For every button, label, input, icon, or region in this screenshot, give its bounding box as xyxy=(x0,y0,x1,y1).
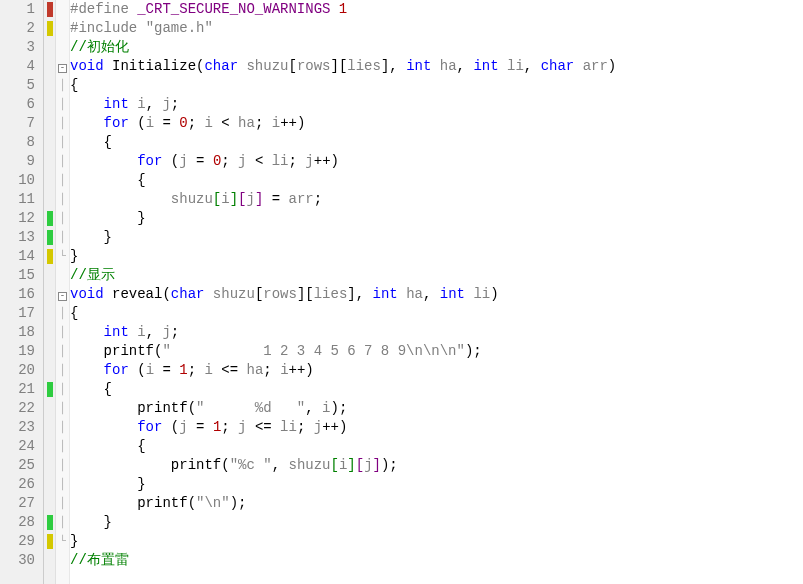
token-op: } xyxy=(70,229,112,245)
code-line[interactable]: { xyxy=(70,171,803,190)
token-ident: rows xyxy=(297,58,331,74)
token-ident: li xyxy=(272,153,289,169)
token-op: ][ xyxy=(297,286,314,302)
code-line[interactable]: } xyxy=(70,247,803,266)
code-line[interactable]: } xyxy=(70,209,803,228)
token-ident: shuzu xyxy=(288,457,330,473)
token-op: } xyxy=(70,533,78,549)
code-line[interactable]: { xyxy=(70,304,803,323)
line-number: 10 xyxy=(0,171,35,190)
token-op xyxy=(104,286,112,302)
token-func: printf xyxy=(137,495,187,511)
token-type: char xyxy=(541,58,575,74)
token-op xyxy=(129,96,137,112)
token-op xyxy=(70,115,104,131)
code-line[interactable]: printf("%c ", shuzu[i][j]); xyxy=(70,456,803,475)
code-line[interactable]: } xyxy=(70,475,803,494)
token-op xyxy=(129,324,137,340)
line-number: 29 xyxy=(0,532,35,551)
code-line[interactable]: { xyxy=(70,380,803,399)
token-type: int xyxy=(406,58,431,74)
code-line[interactable]: //显示 xyxy=(70,266,803,285)
token-func: printf xyxy=(137,400,187,416)
code-line[interactable]: for (i = 0; i < ha; i++) xyxy=(70,114,803,133)
token-op: ], xyxy=(347,286,372,302)
code-line[interactable]: shuzu[i][j] = arr; xyxy=(70,190,803,209)
token-op: [ xyxy=(288,58,296,74)
token-op: , xyxy=(272,457,289,473)
code-line[interactable]: printf(" 1 2 3 4 5 6 7 8 9\n\n\n"); xyxy=(70,342,803,361)
line-number: 8 xyxy=(0,133,35,152)
token-param: li xyxy=(473,286,490,302)
line-number: 5 xyxy=(0,76,35,95)
code-line[interactable]: { xyxy=(70,133,803,152)
token-op: } xyxy=(70,248,78,264)
token-op: ; xyxy=(171,324,179,340)
line-number: 11 xyxy=(0,190,35,209)
token-bracket-g: [ xyxy=(213,191,221,207)
code-line[interactable]: for (j = 0; j < li; j++) xyxy=(70,152,803,171)
code-line[interactable]: for (i = 1; i <= ha; i++) xyxy=(70,361,803,380)
code-line[interactable]: int i, j; xyxy=(70,323,803,342)
token-func: reveal xyxy=(112,286,162,302)
line-number: 9 xyxy=(0,152,35,171)
code-line[interactable]: #define _CRT_SECURE_NO_WARNINGS 1 xyxy=(70,0,803,19)
token-ident: i xyxy=(137,324,145,340)
line-number: 18 xyxy=(0,323,35,342)
code-line[interactable]: void reveal(char shuzu[rows][lies], int … xyxy=(70,285,803,304)
code-line[interactable]: //初始化 xyxy=(70,38,803,57)
token-type: int xyxy=(440,286,465,302)
token-str: " 1 2 3 4 5 6 7 8 9\n\n\n" xyxy=(162,343,464,359)
token-param: li xyxy=(507,58,524,74)
code-line[interactable]: #include "game.h" xyxy=(70,19,803,38)
token-op: <= xyxy=(213,362,247,378)
code-line[interactable]: for (j = 1; j <= li; j++) xyxy=(70,418,803,437)
token-str: "%c " xyxy=(230,457,272,473)
code-line[interactable]: { xyxy=(70,76,803,95)
code-line[interactable]: printf("\n"); xyxy=(70,494,803,513)
token-op: = xyxy=(154,115,179,131)
token-op: ( xyxy=(162,153,179,169)
code-area[interactable]: #define _CRT_SECURE_NO_WARNINGS 1#includ… xyxy=(70,0,803,584)
token-ident: i xyxy=(221,191,229,207)
token-op xyxy=(70,324,104,340)
token-op: ) xyxy=(608,58,616,74)
line-number: 14 xyxy=(0,247,35,266)
token-type: void xyxy=(70,58,104,74)
line-number: 21 xyxy=(0,380,35,399)
token-op xyxy=(70,96,104,112)
token-op: ; xyxy=(171,96,179,112)
token-preproc: #include xyxy=(70,20,146,36)
token-op xyxy=(70,191,171,207)
token-comment: //布置雷 xyxy=(70,552,129,568)
token-op xyxy=(70,457,171,473)
token-keyword: for xyxy=(137,419,162,435)
code-line[interactable]: void Initialize(char shuzu[rows][lies], … xyxy=(70,57,803,76)
token-op: ; xyxy=(314,191,322,207)
token-op: , xyxy=(423,286,440,302)
token-op: ; xyxy=(188,115,205,131)
token-op: ( xyxy=(188,400,196,416)
code-line[interactable]: } xyxy=(70,513,803,532)
code-line[interactable]: } xyxy=(70,532,803,551)
token-op: <= xyxy=(247,419,281,435)
code-line[interactable]: { xyxy=(70,437,803,456)
token-op xyxy=(70,495,137,511)
fold-toggle[interactable]: - xyxy=(58,64,67,73)
code-line[interactable]: } xyxy=(70,228,803,247)
token-func: Initialize xyxy=(112,58,196,74)
token-op: ( xyxy=(162,419,179,435)
token-ident: j xyxy=(305,153,313,169)
token-op: , xyxy=(146,324,163,340)
token-op: ) xyxy=(490,286,498,302)
line-number: 25 xyxy=(0,456,35,475)
token-ident: lies xyxy=(314,286,348,302)
code-line[interactable]: printf(" %d ", i); xyxy=(70,399,803,418)
token-str: "game.h" xyxy=(146,20,213,36)
fold-toggle[interactable]: - xyxy=(58,292,67,301)
token-bracket-g: ] xyxy=(230,191,238,207)
line-number: 15 xyxy=(0,266,35,285)
code-line[interactable]: int i, j; xyxy=(70,95,803,114)
code-line[interactable]: //布置雷 xyxy=(70,551,803,570)
token-type: void xyxy=(70,286,104,302)
